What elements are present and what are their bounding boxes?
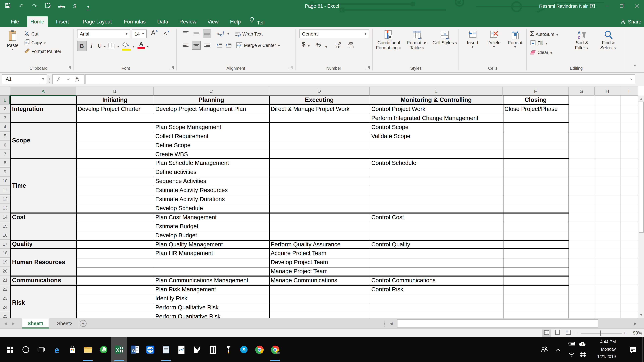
calculator-icon[interactable]: [205, 337, 220, 362]
cell-E22[interactable]: Control Risk: [371, 285, 502, 294]
cell-C15[interactable]: Estimate Budget: [155, 222, 268, 231]
accounting-format-button[interactable]: $: [300, 41, 306, 48]
edge-icon[interactable]: e: [49, 337, 64, 362]
normal-view-icon[interactable]: [542, 330, 552, 337]
chevron-up-icon[interactable]: [556, 347, 561, 353]
cell-D17[interactable]: Perform Quality Assurance: [271, 240, 369, 249]
increase-font-size-button[interactable]: A▲: [150, 29, 160, 36]
tab-file[interactable]: File: [5, 16, 25, 27]
cell-C1[interactable]: Planning: [154, 95, 269, 105]
cell-E1[interactable]: Monitoring & Controlling: [370, 95, 503, 105]
excel-icon[interactable]: X: [111, 337, 127, 362]
cell-C24[interactable]: Perform Qualitative Risk: [155, 303, 268, 312]
cell-E2[interactable]: Control Project Work: [371, 105, 502, 114]
word-icon[interactable]: W: [127, 337, 142, 362]
bottom-align-button[interactable]: [202, 29, 211, 38]
paste-button[interactable]: Paste ▼: [4, 29, 22, 64]
cancel-formula-icon[interactable]: ✗: [57, 75, 60, 84]
col-header-A[interactable]: A: [10, 87, 76, 95]
middle-align-button[interactable]: [192, 29, 200, 38]
tab-formulas[interactable]: Formulas: [119, 16, 150, 27]
start-icon[interactable]: [3, 337, 18, 362]
row-header-20[interactable]: 20: [0, 267, 10, 276]
name-box-dropdown-icon[interactable]: ▼: [39, 75, 44, 84]
wifi-icon[interactable]: [568, 352, 575, 359]
borders-dropdown-icon[interactable]: ▼: [117, 45, 120, 48]
cell-D2[interactable]: Direct & Manage Project Work: [271, 105, 369, 114]
grid[interactable]: InitiatingPlanningExecutingMonitoring & …: [10, 95, 638, 318]
hscroll-right-icon[interactable]: ▶: [634, 319, 637, 329]
row-header-6[interactable]: 6: [0, 141, 10, 150]
tab-page-layout[interactable]: Page Layout: [78, 16, 117, 27]
teamviewer-icon[interactable]: [142, 337, 158, 362]
tools-icon[interactable]: [220, 337, 236, 362]
underline-dropdown-icon[interactable]: ▼: [103, 45, 106, 48]
row-header-4[interactable]: 4: [0, 123, 10, 132]
cell-C9[interactable]: Define activities: [155, 168, 268, 177]
zoom-slider-thumb[interactable]: [600, 331, 602, 336]
expand-formula-bar-icon[interactable]: ˅: [630, 75, 632, 84]
cell-D19[interactable]: Develop Project Team: [271, 258, 369, 267]
row-header-21[interactable]: 21: [0, 276, 10, 285]
sheet-nav-right-icon[interactable]: ▶: [12, 319, 15, 329]
decrease-decimal-button[interactable]: .00→.0: [346, 41, 356, 49]
comma-style-button[interactable]: ,: [323, 39, 329, 49]
col-header-H[interactable]: H: [595, 87, 620, 95]
row-header-9[interactable]: 9: [0, 168, 10, 177]
increase-indent-button[interactable]: [226, 42, 232, 50]
conditional-formatting-button[interactable]: ≠ Conditional Formatting ▼: [375, 29, 402, 64]
italic-button[interactable]: I: [88, 41, 95, 51]
tab-view[interactable]: View: [203, 16, 223, 27]
row-header-1[interactable]: 1: [0, 95, 10, 105]
fill-button[interactable]: Fill ▼: [530, 39, 548, 47]
zoom-slider-track[interactable]: [581, 333, 622, 334]
name-box[interactable]: A1 ▼: [2, 74, 47, 84]
row-header-16[interactable]: 16: [0, 231, 10, 240]
restore-button[interactable]: [614, 0, 629, 12]
cell-C23[interactable]: Identify Risk: [155, 294, 268, 303]
sheet-nav-left-icon[interactable]: ◀: [4, 319, 7, 329]
insert-function-icon[interactable]: fx: [76, 75, 79, 84]
formula-bar-splitter[interactable]: [49, 76, 50, 83]
page-layout-view-icon[interactable]: [553, 330, 562, 337]
cell-E5[interactable]: Validate Scope: [371, 132, 502, 141]
cell-C12[interactable]: Estimate Activity Durations: [155, 195, 268, 204]
account-user-name[interactable]: Reshmi Ravindran Nair: [539, 0, 588, 12]
mail-icon[interactable]: [189, 337, 205, 362]
orientation-button[interactable]: ab↗: [216, 29, 226, 38]
cell-E8[interactable]: Control Schedule: [371, 159, 502, 168]
find-select-button[interactable]: Find & Select ▼: [596, 29, 620, 64]
merge-center-button[interactable]: Merge & Center ▼: [236, 41, 280, 49]
align-center-button[interactable]: [192, 41, 200, 50]
people-icon[interactable]: [541, 346, 548, 354]
collapse-ribbon-icon[interactable]: ⌃: [633, 64, 636, 69]
autosum-button[interactable]: Σ AutoSum ▼: [530, 29, 559, 37]
tab-insert[interactable]: Insert: [50, 16, 75, 27]
accounting-dropdown-icon[interactable]: ▼: [307, 44, 310, 48]
col-header-B[interactable]: B: [76, 87, 154, 95]
cell-E4[interactable]: Control Scope: [371, 123, 502, 132]
horizontal-scroll-thumb[interactable]: [397, 320, 598, 328]
row-header-3[interactable]: 3: [0, 114, 10, 123]
hscroll-left-icon[interactable]: ◀: [390, 319, 392, 329]
cell-C21[interactable]: Plan Communications Management: [155, 276, 268, 285]
col-header-F[interactable]: F: [503, 87, 568, 95]
zoom-out-icon[interactable]: −: [574, 329, 578, 337]
cell-C10[interactable]: Sequence Activities: [155, 177, 268, 186]
cell-C6[interactable]: Define Scope: [155, 141, 268, 150]
increase-decimal-button[interactable]: ←.0.00: [333, 41, 343, 49]
borders-button[interactable]: [108, 42, 116, 51]
decrease-indent-button[interactable]: [216, 42, 223, 50]
decrease-font-size-button[interactable]: A▼: [162, 30, 172, 36]
percent-style-button[interactable]: %: [314, 41, 322, 48]
store-icon[interactable]: [64, 337, 80, 362]
delete-cells-button[interactable]: Delete▼: [484, 29, 504, 64]
align-right-button[interactable]: [202, 41, 211, 50]
notepad-icon[interactable]: [158, 337, 174, 362]
row-header-12[interactable]: 12: [0, 195, 10, 204]
row-header-2[interactable]: 2: [0, 105, 10, 114]
clipboard-dialog-launcher-icon[interactable]: [67, 66, 71, 69]
cortana-icon[interactable]: [18, 337, 34, 362]
row-header-5[interactable]: 5: [0, 132, 10, 141]
number-format-combo[interactable]: General▼: [299, 29, 369, 38]
